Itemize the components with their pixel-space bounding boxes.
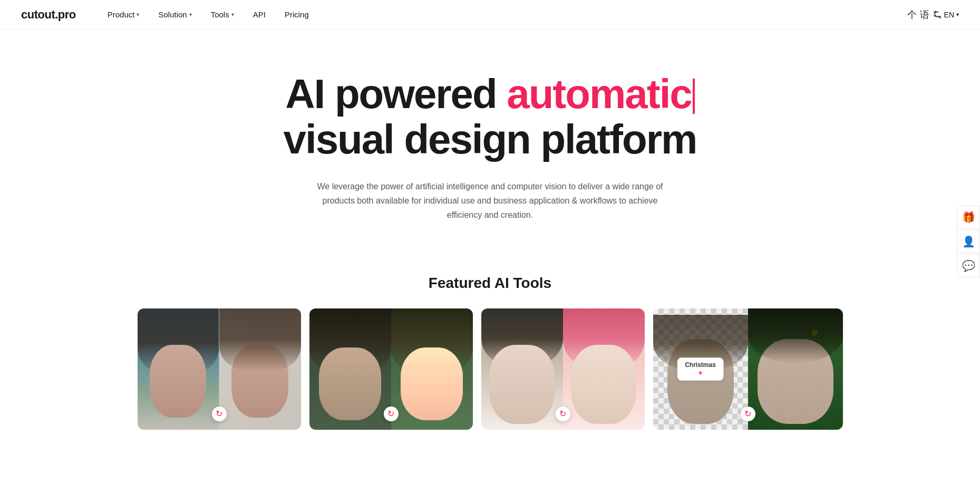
arrow-icon: ↻	[744, 410, 751, 418]
user-button[interactable]: 👤	[957, 230, 980, 253]
christmas-label-text: Christmas	[685, 361, 716, 369]
chevron-down-icon: ▾	[956, 12, 959, 17]
card4-before: Christmas +	[653, 308, 748, 430]
arrow-icon: ↻	[216, 410, 222, 418]
nav-product-label: Product	[108, 10, 135, 19]
tool-card-remove-bg[interactable]: ↻	[138, 308, 301, 430]
chat-button[interactable]: 💬	[957, 254, 980, 277]
card4-after	[748, 308, 843, 430]
hero-section: AI powered automatic visual design platf…	[0, 30, 980, 254]
card1-before	[138, 308, 219, 430]
tool-card-photo-enhance[interactable]: ↻	[309, 308, 473, 430]
hero-title-line2: visual design platform	[284, 116, 697, 162]
gift-button[interactable]: 🎁	[957, 206, 980, 229]
nav-solution[interactable]: Solution ▾	[158, 10, 191, 19]
logo[interactable]: cutout.pro	[21, 8, 76, 22]
chat-icon: 💬	[962, 259, 975, 272]
chevron-down-icon: ▾	[231, 12, 234, 17]
chevron-down-icon: ▾	[189, 12, 192, 17]
nav-links: Product ▾ Solution ▾ Tools ▾ API Pricing	[108, 10, 907, 19]
hero-title-highlight: automatic	[507, 71, 694, 117]
hero-subtitle: We leverage the power of artificial inte…	[311, 179, 669, 223]
gift-icon: 🎁	[962, 211, 975, 224]
featured-title: Featured AI Tools	[21, 275, 959, 292]
language-selector[interactable]: 个 语 EN ▾	[907, 8, 959, 21]
before-after-arrow: ↻	[556, 407, 570, 421]
card2-before	[309, 308, 391, 430]
arrow-icon: ↻	[387, 410, 394, 418]
tools-grid: ↻ ↻	[21, 308, 959, 430]
card1-after	[219, 308, 301, 430]
nav-product[interactable]: Product ▾	[108, 10, 140, 19]
nav-tools[interactable]: Tools ▾	[211, 10, 234, 19]
christmas-label: Christmas +	[677, 358, 724, 381]
hero-title-plain: AI powered	[285, 71, 507, 117]
card2-after	[391, 308, 473, 430]
hero-title: AI powered automatic visual design platf…	[284, 72, 697, 162]
navbar: cutout.pro Product ▾ Solution ▾ Tools ▾ …	[0, 0, 980, 30]
nav-api[interactable]: API	[253, 10, 266, 19]
before-after-arrow: ↻	[212, 407, 227, 421]
nav-api-label: API	[253, 10, 266, 19]
translate-icon: 语	[920, 8, 929, 21]
featured-section: Featured AI Tools ↻	[0, 254, 980, 430]
nav-pricing-label: Pricing	[285, 10, 309, 19]
lang-label: EN	[944, 11, 954, 19]
plus-icon: +	[685, 369, 716, 377]
nav-solution-label: Solution	[158, 10, 187, 19]
tool-card-ai-effect[interactable]: Christmas + ↻	[653, 308, 843, 430]
before-after-arrow: ↻	[741, 407, 755, 421]
nav-pricing[interactable]: Pricing	[285, 10, 309, 19]
right-sidebar: 🎁 👤 💬	[957, 206, 980, 277]
translate-icon	[933, 10, 942, 20]
nav-tools-label: Tools	[211, 10, 229, 19]
user-icon: 👤	[962, 235, 975, 248]
tool-card-hair-color[interactable]: ↻	[481, 308, 645, 430]
card3-before	[481, 308, 563, 430]
card3-after	[563, 308, 645, 430]
chevron-down-icon: ▾	[137, 12, 139, 17]
arrow-icon: ↻	[559, 410, 566, 418]
translate-icon: 个	[907, 8, 917, 21]
before-after-arrow: ↻	[384, 407, 399, 421]
